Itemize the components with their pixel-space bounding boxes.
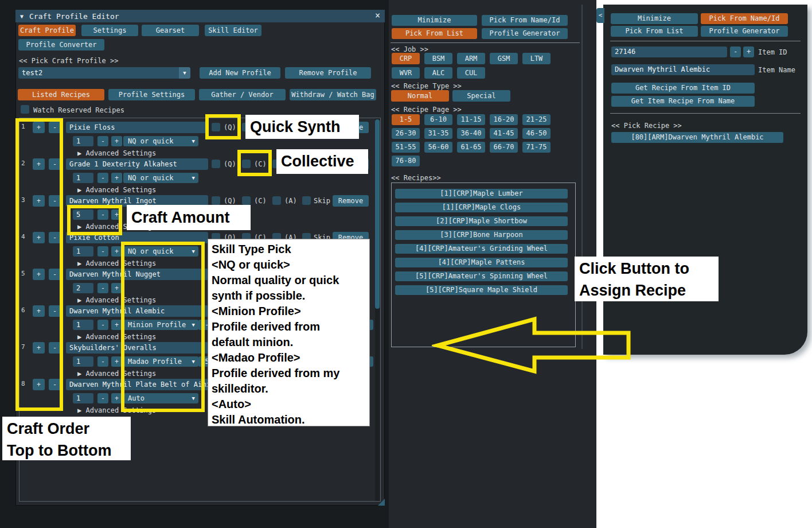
- view-withdraw-watch-bag[interactable]: Withdraw / Watch Bag: [290, 89, 376, 100]
- move-down-button[interactable]: -: [49, 305, 61, 317]
- chevron-down-icon[interactable]: ▼: [179, 67, 190, 79]
- advanced-settings-expander[interactable]: ▶ Advanced Settings: [77, 333, 156, 341]
- close-icon[interactable]: ×: [375, 10, 380, 21]
- job-button[interactable]: CRP: [392, 53, 420, 64]
- item-name-input[interactable]: Dwarven Mythril Alembic: [611, 64, 755, 75]
- tab-gearset[interactable]: Gearset: [142, 25, 199, 36]
- craft-amount-field[interactable]: 1: [73, 136, 93, 146]
- amount-plus-button[interactable]: +: [111, 356, 122, 367]
- craft-amount-field[interactable]: 1: [73, 356, 93, 367]
- amount-plus-button[interactable]: +: [111, 283, 122, 293]
- profile-select[interactable]: test2 ▼: [18, 67, 190, 79]
- move-down-button[interactable]: -: [49, 269, 61, 280]
- move-up-button[interactable]: +: [33, 232, 45, 243]
- window-titlebar[interactable]: ▼ Craft Profile Editor ×: [15, 10, 385, 22]
- move-up-button[interactable]: +: [33, 195, 45, 207]
- recipe-assign-button[interactable]: [1][CRP]Maple Lumber: [395, 189, 568, 199]
- move-down-button[interactable]: -: [49, 195, 61, 207]
- amount-minus-button[interactable]: -: [97, 356, 108, 367]
- move-up-button[interactable]: +: [33, 269, 45, 280]
- recipe-page-button[interactable]: 61-65: [457, 142, 485, 153]
- recipe-type-special[interactable]: Special: [452, 90, 510, 102]
- quick-synth-checkbox[interactable]: [212, 123, 220, 131]
- recipe-page-button[interactable]: 71-75: [522, 142, 551, 153]
- skip-checkbox[interactable]: [302, 196, 311, 205]
- craft-amount-field[interactable]: 1: [73, 393, 93, 403]
- recipe-page-button[interactable]: 31-35: [424, 128, 452, 139]
- recipe-assign-button[interactable]: [1][CRP]Maple Clogs: [395, 203, 568, 212]
- advanced-settings-expander[interactable]: ▶ Advanced Settings: [77, 149, 156, 157]
- quick-synth-checkbox[interactable]: [212, 196, 220, 205]
- recipe-assign-button[interactable]: [4][CRP]Amateur's Grinding Wheel: [395, 244, 568, 254]
- collectable-checkbox[interactable]: [242, 160, 251, 168]
- pick-from-list-button[interactable]: Pick From List: [611, 26, 698, 37]
- recipe-name-field[interactable]: Pixie Cotton: [66, 232, 208, 243]
- recipe-assign-button[interactable]: [5][CRP]Square Maple Shield: [395, 285, 568, 295]
- job-button[interactable]: CUL: [457, 67, 485, 79]
- skill-type-select[interactable]: Auto ▼: [123, 393, 198, 403]
- amount-plus-button[interactable]: +: [111, 209, 122, 220]
- amount-minus-button[interactable]: -: [97, 393, 108, 403]
- job-button[interactable]: WVR: [392, 67, 420, 79]
- recipe-assign-button[interactable]: [5][CRP]Amateur's Spinning Wheel: [395, 271, 568, 281]
- move-down-button[interactable]: -: [49, 232, 61, 243]
- recipe-type-normal[interactable]: Normal: [391, 90, 449, 102]
- recipe-name-field[interactable]: Dwarven Mythril Nugget: [66, 269, 208, 280]
- view-gather-vendor[interactable]: Gather / Vendor: [199, 89, 286, 100]
- move-up-button[interactable]: +: [33, 158, 45, 170]
- amount-minus-button[interactable]: -: [97, 209, 108, 220]
- recipe-assign-button[interactable]: [3][CRP]Bone Harpoon: [395, 230, 568, 240]
- minimize-button[interactable]: Minimize: [392, 15, 477, 26]
- move-up-button[interactable]: +: [33, 122, 45, 133]
- move-down-button[interactable]: -: [49, 379, 61, 390]
- job-button[interactable]: BSM: [424, 53, 452, 64]
- advanced-settings-expander[interactable]: ▶ Advanced Settings: [77, 259, 156, 267]
- craft-amount-field[interactable]: 1: [73, 246, 93, 257]
- recipe-assign-button[interactable]: [4][CRP]Maple Pattens: [395, 258, 568, 267]
- recipe-name-field[interactable]: Grade 1 Dexterity Alkahest: [66, 158, 208, 170]
- collapse-arrow-icon[interactable]: <: [596, 8, 604, 23]
- picked-recipe-button[interactable]: [80][ARM]Dwarven Mythril Alembic: [611, 132, 783, 143]
- recipe-name-field[interactable]: Dwarven Mythril Plate Belt of Aimin: [66, 379, 208, 390]
- recipe-page-button[interactable]: 56-60: [424, 142, 452, 153]
- craft-amount-field[interactable]: 1: [73, 320, 93, 330]
- remove-profile-button[interactable]: Remove Profile: [285, 67, 371, 79]
- profile-generator-button[interactable]: Profile Generator: [482, 28, 568, 39]
- amount-plus-button[interactable]: +: [111, 320, 122, 330]
- profile-generator-button[interactable]: Profile Generator: [701, 26, 788, 37]
- craft-amount-field[interactable]: 1: [73, 173, 93, 183]
- recipe-name-field[interactable]: Pixie Floss: [66, 122, 208, 133]
- amount-plus-button[interactable]: +: [111, 246, 122, 257]
- recipe-page-button[interactable]: 51-55: [392, 142, 420, 153]
- craft-amount-field[interactable]: 2: [73, 283, 93, 293]
- pick-from-name-button[interactable]: Pick From Name/Id: [482, 15, 568, 26]
- move-up-button[interactable]: +: [33, 379, 45, 390]
- collectable-checkbox[interactable]: [242, 196, 251, 205]
- job-button[interactable]: LTW: [522, 53, 551, 64]
- tab-skill-editor[interactable]: Skill Editor: [205, 25, 261, 36]
- advanced-settings-expander[interactable]: ▶ Advanced Settings: [77, 296, 156, 304]
- amount-plus-button[interactable]: +: [111, 173, 122, 183]
- move-down-button[interactable]: -: [49, 122, 61, 133]
- amount-minus-button[interactable]: -: [97, 320, 108, 330]
- recipe-name-field[interactable]: Skybuilders' Overalls: [66, 342, 208, 354]
- skill-type-select[interactable]: Madao Profile ▼: [123, 356, 198, 367]
- recipe-page-button[interactable]: 6-10: [424, 114, 452, 125]
- recipe-page-button[interactable]: 66-70: [490, 142, 518, 153]
- skill-type-select[interactable]: NQ or quick ▼: [123, 246, 198, 257]
- tab-craft-profile[interactable]: Craft Profile: [18, 25, 76, 36]
- advanced-settings-expander[interactable]: ▶ Advanced Settings: [77, 186, 156, 194]
- get-recipe-from-name-button[interactable]: Get Item Recipe From Name: [611, 96, 755, 107]
- amount-plus-button[interactable]: +: [111, 393, 122, 403]
- amount-minus-button[interactable]: -: [97, 136, 108, 146]
- tab-settings[interactable]: Settings: [81, 25, 138, 36]
- move-up-button[interactable]: +: [33, 305, 45, 317]
- skill-type-select[interactable]: NQ or quick ▼: [123, 136, 198, 146]
- item-id-plus-button[interactable]: +: [743, 46, 754, 57]
- recipe-page-button[interactable]: 21-25: [522, 114, 551, 125]
- advanced-settings-expander[interactable]: ▶ Advanced Settings: [77, 406, 156, 414]
- job-button[interactable]: GSM: [490, 53, 518, 64]
- item-id-minus-button[interactable]: -: [730, 46, 741, 57]
- recipe-page-button[interactable]: 41-45: [490, 128, 518, 139]
- tab-profile-converter[interactable]: Profile Converter: [18, 39, 104, 51]
